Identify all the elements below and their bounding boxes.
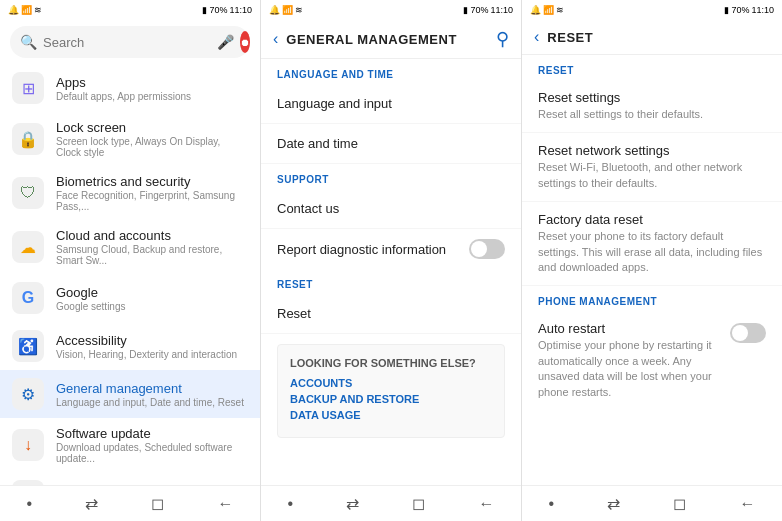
status-icons-left: 🔔 📶 ≋ — [8, 5, 42, 15]
date-time-title: Date and time — [277, 136, 505, 151]
notification-icon-mid: 🔔 — [269, 5, 280, 15]
status-icons-mid: 🔔 📶 ≋ — [269, 5, 303, 15]
battery-time-mid: ▮ 70% 11:10 — [463, 5, 513, 15]
support-header: SUPPORT — [261, 164, 521, 189]
wifi-icon-right: ≋ — [556, 5, 564, 15]
sidebar-item-cloud[interactable]: ☁ Cloud and accounts Samsung Cloud, Back… — [0, 220, 260, 274]
time-right: 11:10 — [751, 5, 774, 15]
software-update-icon: ↓ — [12, 429, 44, 461]
lock-label: Lock screen — [56, 120, 248, 135]
general-mgmt-icon: ⚙ — [12, 378, 44, 410]
factory-reset-item[interactable]: Factory data reset Reset your phone to i… — [522, 202, 782, 286]
mid-search-button[interactable]: ⚲ — [496, 28, 509, 50]
backup-link[interactable]: BACKUP AND RESTORE — [290, 393, 492, 405]
left-panel: 🔔 📶 ≋ ▮ 70% 11:10 🔍 🎤 ⏺ ⊞ Apps Default a… — [0, 0, 261, 521]
auto-restart-toggle[interactable] — [730, 323, 766, 343]
sidebar-item-general-management[interactable]: ⚙ General management Language and input,… — [0, 370, 260, 418]
reset-settings-item[interactable]: Reset settings Reset all settings to the… — [522, 80, 782, 133]
menu-list: ⊞ Apps Default apps, App permissions 🔒 L… — [0, 64, 260, 485]
data-usage-link[interactable]: DATA USAGE — [290, 409, 492, 421]
nav-bar-right: • ⇄ ◻ ← — [522, 485, 782, 521]
software-update-label: Software update — [56, 426, 248, 441]
nav-bar-left: • ⇄ ◻ ← — [0, 485, 260, 521]
general-mgmt-label: General management — [56, 381, 244, 396]
report-diag-item[interactable]: Report diagnostic information — [261, 229, 521, 269]
google-sub: Google settings — [56, 301, 126, 312]
nav-back-mid[interactable]: ← — [478, 495, 494, 513]
reset-section-header: RESET — [261, 269, 521, 294]
apps-sub: Default apps, App permissions — [56, 91, 191, 102]
nav-recent-left[interactable]: ⇄ — [85, 494, 98, 513]
lock-sub: Screen lock type, Always On Display, Clo… — [56, 136, 248, 158]
mid-content: LANGUAGE AND TIME Language and input Dat… — [261, 59, 521, 485]
battery-icon-mid: ▮ — [463, 5, 468, 15]
nav-back-left[interactable]: ← — [217, 495, 233, 513]
sidebar-item-apps[interactable]: ⊞ Apps Default apps, App permissions — [0, 64, 260, 112]
battery-percent-mid: 70% — [470, 5, 488, 15]
sidebar-item-accessibility[interactable]: ♿ Accessibility Vision, Hearing, Dexteri… — [0, 322, 260, 370]
status-bar-mid: 🔔 📶 ≋ ▮ 70% 11:10 — [261, 0, 521, 20]
auto-restart-item[interactable]: Auto restart Optimise your phone by rest… — [522, 311, 782, 410]
sidebar-item-software-update[interactable]: ↓ Software update Download updates, Sche… — [0, 418, 260, 472]
sidebar-item-user-manual[interactable]: ? User manual User manual — [0, 472, 260, 485]
language-input-item[interactable]: Language and input — [261, 84, 521, 124]
apps-label: Apps — [56, 75, 191, 90]
signal-icon-right: 📶 — [543, 5, 554, 15]
date-time-item[interactable]: Date and time — [261, 124, 521, 164]
nav-home-right[interactable]: ◻ — [673, 494, 686, 513]
factory-reset-title: Factory data reset — [538, 212, 766, 227]
nav-recent-mid[interactable]: ⇄ — [346, 494, 359, 513]
language-time-header: LANGUAGE AND TIME — [261, 59, 521, 84]
nav-home-left[interactable]: ◻ — [151, 494, 164, 513]
time-left: 11:10 — [229, 5, 252, 15]
search-magnifier-icon: 🔍 — [20, 34, 37, 50]
nav-dot-left[interactable]: • — [27, 495, 33, 513]
auto-restart-sub: Optimise your phone by restarting it aut… — [538, 338, 722, 400]
nav-dot-right[interactable]: • — [549, 495, 555, 513]
report-diag-toggle[interactable] — [469, 239, 505, 259]
wifi-icon-mid: ≋ — [295, 5, 303, 15]
reset-settings-sub: Reset all settings to their defaults. — [538, 107, 766, 122]
battery-icon-right: ▮ — [724, 5, 729, 15]
wifi-icon: ≋ — [34, 5, 42, 15]
auto-restart-title: Auto restart — [538, 321, 722, 336]
search-input[interactable] — [43, 35, 211, 50]
biometrics-sub: Face Recognition, Fingerprint, Samsung P… — [56, 190, 248, 212]
nav-bar-mid: • ⇄ ◻ ← — [261, 485, 521, 521]
language-input-title: Language and input — [277, 96, 505, 111]
accounts-link[interactable]: ACCOUNTS — [290, 377, 492, 389]
sidebar-item-lock-screen[interactable]: 🔒 Lock screen Screen lock type, Always O… — [0, 112, 260, 166]
mic-icon[interactable]: 🎤 — [217, 34, 234, 50]
mid-back-button[interactable]: ‹ — [273, 30, 278, 48]
search-bar[interactable]: 🔍 🎤 ⏺ — [10, 26, 250, 58]
accessibility-sub: Vision, Hearing, Dexterity and interacti… — [56, 349, 237, 360]
sidebar-item-google[interactable]: G Google Google settings — [0, 274, 260, 322]
google-label: Google — [56, 285, 126, 300]
cloud-label: Cloud and accounts — [56, 228, 248, 243]
nav-home-mid[interactable]: ◻ — [412, 494, 425, 513]
contact-us-item[interactable]: Contact us — [261, 189, 521, 229]
battery-time-right: ▮ 70% 11:10 — [724, 5, 774, 15]
notification-icon-right: 🔔 — [530, 5, 541, 15]
reset-item[interactable]: Reset — [261, 294, 521, 334]
status-bar-right: 🔔 📶 ≋ ▮ 70% 11:10 — [522, 0, 782, 20]
mid-panel: 🔔 📶 ≋ ▮ 70% 11:10 ‹ GENERAL MANAGEMENT ⚲… — [261, 0, 522, 521]
right-back-button[interactable]: ‹ — [534, 28, 539, 46]
reset-title: Reset — [277, 306, 505, 321]
contact-us-title: Contact us — [277, 201, 505, 216]
reset-network-title: Reset network settings — [538, 143, 766, 158]
nav-dot-mid[interactable]: • — [288, 495, 294, 513]
nav-back-right[interactable]: ← — [739, 495, 755, 513]
accessibility-icon: ♿ — [12, 330, 44, 362]
report-diag-title: Report diagnostic information — [277, 242, 446, 257]
mid-panel-header: ‹ GENERAL MANAGEMENT ⚲ — [261, 20, 521, 59]
signal-icon: 📶 — [21, 5, 32, 15]
reset-settings-title: Reset settings — [538, 90, 766, 105]
reset-network-sub: Reset Wi-Fi, Bluetooth, and other networ… — [538, 160, 766, 191]
reset-network-item[interactable]: Reset network settings Reset Wi-Fi, Blue… — [522, 133, 782, 202]
right-panel-header: ‹ RESET — [522, 20, 782, 55]
record-icon[interactable]: ⏺ — [240, 31, 250, 53]
apps-icon: ⊞ — [12, 72, 44, 104]
sidebar-item-biometrics[interactable]: 🛡 Biometrics and security Face Recogniti… — [0, 166, 260, 220]
nav-recent-right[interactable]: ⇄ — [607, 494, 620, 513]
